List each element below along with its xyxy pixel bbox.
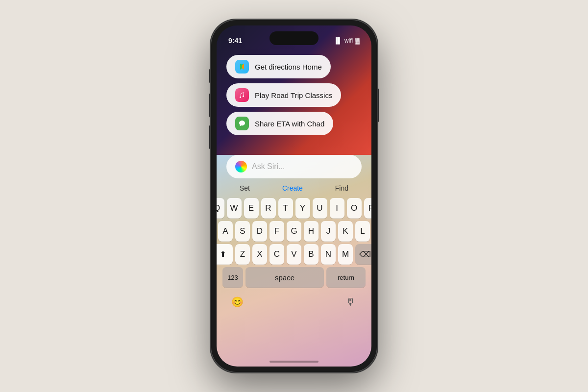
key-J[interactable]: J bbox=[321, 221, 336, 242]
key-R[interactable]: R bbox=[261, 198, 276, 219]
maps-icon bbox=[235, 60, 249, 74]
suggestion-music[interactable]: Play Road Trip Classics bbox=[226, 83, 341, 107]
predictive-set[interactable]: Set bbox=[235, 183, 255, 193]
key-K[interactable]: K bbox=[338, 221, 353, 242]
keyboard-bottom-row: 123 space return bbox=[219, 267, 369, 288]
key-M[interactable]: M bbox=[338, 244, 353, 265]
key-X[interactable]: X bbox=[252, 244, 267, 265]
key-P[interactable]: P bbox=[364, 198, 372, 219]
key-space[interactable]: space bbox=[245, 267, 324, 288]
key-Z[interactable]: Z bbox=[235, 244, 250, 265]
suggestion-messages-text: Share ETA with Chad bbox=[255, 120, 324, 128]
key-I[interactable]: I bbox=[330, 198, 344, 219]
suggestion-music-text: Play Road Trip Classics bbox=[255, 91, 332, 99]
keyboard-area: Set Create Find Q W E R T Y U I O P bbox=[217, 176, 371, 367]
key-return[interactable]: return bbox=[326, 267, 366, 288]
music-icon bbox=[235, 88, 249, 102]
key-F[interactable]: F bbox=[270, 221, 284, 242]
emoji-button[interactable]: 😊 bbox=[228, 293, 246, 311]
key-Y[interactable]: Y bbox=[295, 198, 310, 219]
battery-icon: ▓ bbox=[355, 37, 360, 44]
mic-button[interactable]: 🎙 bbox=[342, 293, 360, 311]
key-B[interactable]: B bbox=[304, 244, 318, 265]
key-H[interactable]: H bbox=[304, 221, 318, 242]
suggestion-directions[interactable]: Get directions Home bbox=[226, 55, 331, 78]
siri-placeholder: Ask Siri... bbox=[252, 162, 285, 171]
signal-icon: ▐▌ bbox=[334, 37, 342, 44]
key-U[interactable]: U bbox=[313, 198, 327, 219]
key-L[interactable]: L bbox=[355, 221, 370, 242]
key-W[interactable]: W bbox=[227, 198, 242, 219]
messages-icon bbox=[235, 117, 249, 130]
key-delete[interactable]: ⌫ bbox=[355, 244, 371, 265]
key-N[interactable]: N bbox=[321, 244, 336, 265]
wifi-icon: wifi bbox=[344, 37, 353, 44]
predictive-row: Set Create Find bbox=[219, 180, 369, 197]
dynamic-island bbox=[270, 31, 318, 45]
key-D[interactable]: D bbox=[252, 221, 267, 242]
key-numbers[interactable]: 123 bbox=[222, 267, 243, 288]
key-E[interactable]: E bbox=[244, 198, 259, 219]
keyboard-row-3: ⬆ Z X C V B N M ⌫ bbox=[219, 244, 369, 265]
key-S[interactable]: S bbox=[235, 221, 250, 242]
keyboard-row-1: Q W E R T Y U I O P bbox=[219, 198, 369, 219]
siri-orb-icon bbox=[235, 161, 247, 172]
key-C[interactable]: C bbox=[270, 244, 284, 265]
suggestion-messages[interactable]: Share ETA with Chad bbox=[226, 112, 333, 135]
siri-input-bar[interactable]: Ask Siri... bbox=[226, 155, 362, 178]
power-button[interactable] bbox=[377, 88, 379, 122]
home-indicator[interactable] bbox=[270, 361, 318, 363]
key-Q[interactable]: Q bbox=[217, 198, 224, 219]
predictive-find[interactable]: Find bbox=[330, 183, 353, 193]
key-G[interactable]: G bbox=[287, 221, 301, 242]
status-icons: ▐▌ wifi ▓ bbox=[334, 37, 360, 44]
suggestion-directions-text: Get directions Home bbox=[255, 63, 322, 71]
predictive-create[interactable]: Create bbox=[277, 183, 308, 193]
siri-suggestions: Get directions Home Play Road Trip Class… bbox=[226, 55, 362, 135]
keyboard-accessories-row: 😊 🎙 bbox=[219, 290, 369, 312]
phone-frame: 9:41 ▐▌ wifi ▓ bbox=[211, 20, 377, 372]
phone-screen: 9:41 ▐▌ wifi ▓ bbox=[217, 25, 371, 367]
phone-device: 9:41 ▐▌ wifi ▓ bbox=[211, 20, 377, 372]
key-O[interactable]: O bbox=[347, 198, 362, 219]
key-A[interactable]: A bbox=[218, 221, 233, 242]
key-shift[interactable]: ⬆ bbox=[217, 244, 233, 265]
key-T[interactable]: T bbox=[278, 198, 293, 219]
keyboard-row-2: A S D F G H J K L bbox=[219, 221, 369, 242]
status-time: 9:41 bbox=[228, 37, 242, 45]
key-V[interactable]: V bbox=[287, 244, 301, 265]
